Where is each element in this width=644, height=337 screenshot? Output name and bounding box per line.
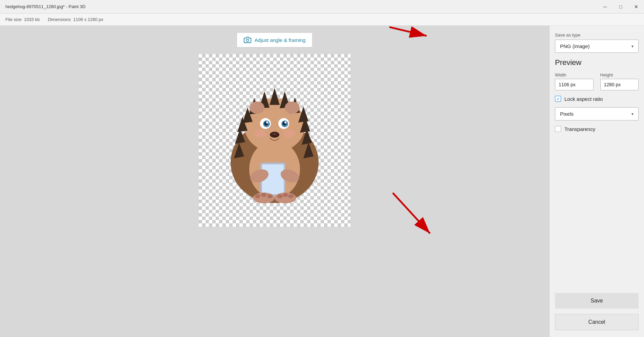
maximize-button[interactable]: □ <box>613 0 628 14</box>
svg-point-30 <box>283 130 295 138</box>
window-controls: ─ □ ✕ <box>597 0 644 14</box>
svg-point-0 <box>246 39 249 41</box>
image-canvas <box>199 54 350 227</box>
height-label: Height <box>600 72 639 77</box>
height-input[interactable] <box>600 79 639 90</box>
svg-point-25 <box>266 121 268 123</box>
transparency-label: Transparency <box>564 126 595 132</box>
minimize-button[interactable]: ─ <box>597 0 613 14</box>
svg-point-38 <box>255 194 260 198</box>
dimensions-label: Dimensions 1106 x 1280 px <box>48 17 103 22</box>
hedgehog-image <box>199 54 350 227</box>
svg-point-42 <box>283 193 288 197</box>
svg-point-28 <box>272 133 277 135</box>
lock-aspect-ratio-label: Lock aspect ratio <box>564 96 603 102</box>
window-title: hedgehog-8970511_1280.jpg* - Paint 3D <box>5 4 85 9</box>
dimensions-row: Width Height <box>555 72 639 90</box>
svg-point-40 <box>267 194 273 198</box>
close-button[interactable]: ✕ <box>628 0 644 14</box>
svg-point-29 <box>254 130 266 138</box>
filesize-label: File size 1033 kb <box>5 17 40 22</box>
svg-marker-4 <box>270 88 280 105</box>
title-bar: hedgehog-8970511_1280.jpg* - Paint 3D ─ … <box>0 0 644 14</box>
save-as-type-dropdown[interactable]: PNG (image) ▾ <box>555 40 639 53</box>
right-panel: Save as type PNG (image) ▾ Preview Width… <box>549 26 644 337</box>
lock-aspect-ratio-row[interactable]: ✓ Lock aspect ratio <box>555 96 639 102</box>
svg-point-43 <box>288 194 294 198</box>
cancel-button[interactable]: Cancel <box>555 314 639 330</box>
pixels-dropdown[interactable]: Pixels ▾ <box>555 107 639 120</box>
svg-point-18 <box>285 102 300 114</box>
height-group: Height <box>600 72 639 90</box>
svg-point-39 <box>261 193 266 197</box>
width-group: Width <box>555 72 594 90</box>
transparency-checkbox[interactable] <box>555 126 561 132</box>
width-label: Width <box>555 72 594 77</box>
info-bar: File size 1033 kb Dimensions 1106 x 1280… <box>0 14 644 26</box>
save-button[interactable]: Save <box>555 293 639 309</box>
svg-point-41 <box>277 194 283 198</box>
svg-point-26 <box>284 121 286 123</box>
transparency-row[interactable]: Transparency <box>555 126 639 132</box>
pixels-dropdown-arrow-icon: ▾ <box>631 112 634 116</box>
adjust-angle-button[interactable]: Adjust angle & framing <box>237 32 313 47</box>
camera-icon <box>244 36 251 44</box>
save-as-type-label: Save as type <box>555 32 639 38</box>
svg-point-17 <box>250 102 264 114</box>
width-input[interactable] <box>555 79 594 90</box>
canvas-area: Adjust angle & framing <box>0 26 549 337</box>
save-as-type-section: Save as type PNG (image) ▾ <box>555 32 639 53</box>
dropdown-arrow-icon: ▾ <box>631 44 634 49</box>
main-area: Adjust angle & framing <box>0 26 644 337</box>
lock-aspect-ratio-checkbox[interactable]: ✓ <box>555 96 561 102</box>
preview-title: Preview <box>555 58 639 67</box>
